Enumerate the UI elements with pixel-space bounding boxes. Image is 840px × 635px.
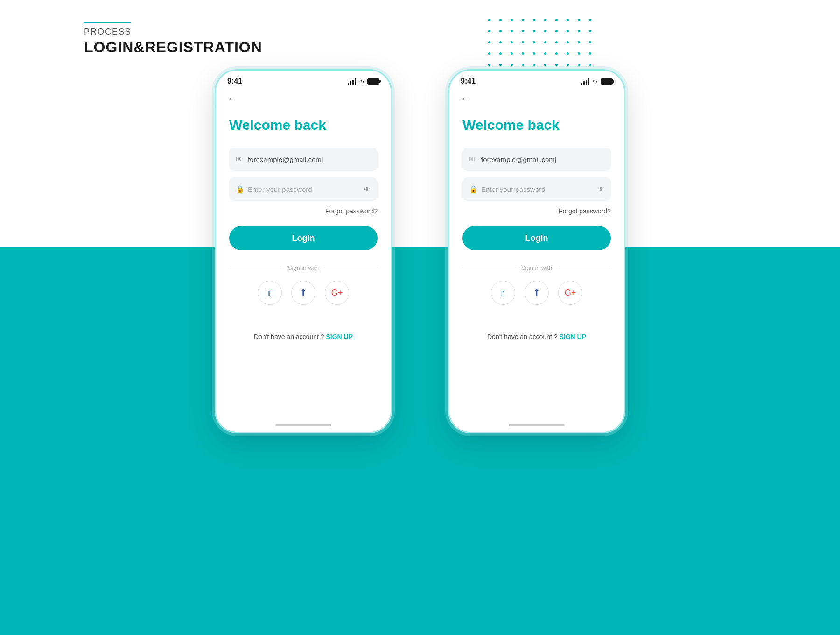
process-label: PROCESS [84,27,262,37]
dot-decoration [511,41,513,43]
phone-2: 9:41 ∿ ← Welcome back ✉ [448,69,625,433]
header-line-decoration [84,22,131,23]
dot-decoration [589,52,591,55]
page-title: LOGIN&REGISTRATION [84,39,262,56]
dot-decoration [567,30,569,32]
phone-content-2: Welcome back ✉ 🔒 👁 Forgot password? Lo [449,107,624,340]
back-arrow-1[interactable]: ← [216,89,391,107]
email-icon-1: ✉ [236,155,242,163]
dot-decoration [499,30,502,32]
social-buttons-2: 𝕣 f G+ [462,281,611,305]
phones-container: 9:41 ∿ ← Welcome back ✉ [0,69,840,433]
dot-decoration [544,41,546,43]
phone-content-1: Welcome back ✉ 🔒 👁 Forgot password? Lo [216,107,391,340]
signup-link-1[interactable]: SIGN UP [326,333,353,340]
dot-decoration [533,19,535,21]
dot-decoration [488,52,490,55]
dot-decoration [533,64,535,66]
password-field-2[interactable] [462,177,611,201]
forgot-password-2[interactable]: Forgot password? [462,207,611,215]
battery-icon-2 [601,78,613,85]
dot-decoration [522,30,524,32]
email-input-group-2: ✉ [462,148,611,171]
sign-in-with-label-2: Sign in with [521,264,552,271]
home-indicator-2 [509,424,565,426]
dot-decoration [511,52,513,55]
facebook-icon-1: f [301,287,305,299]
dot-decoration [555,64,558,66]
dot-decoration [511,30,513,32]
dot-decoration [499,19,502,21]
dot-decoration [544,64,546,66]
email-field-1[interactable] [229,148,378,171]
dot-decoration [499,41,502,43]
twitter-button-1[interactable]: 𝕣 [258,281,282,305]
dot-decoration [589,64,591,66]
signup-text-1: Don't have an account ? [254,333,324,340]
lock-icon-2: 🔒 [469,185,478,193]
header: PROCESS LOGIN&REGISTRATION [84,22,262,56]
password-input-group-2: 🔒 👁 [462,177,611,201]
dot-decoration [567,64,569,66]
dot-decoration [522,52,524,55]
google-icon-1: G+ [331,288,343,298]
google-button-2[interactable]: G+ [558,281,582,305]
dot-decoration [522,64,524,66]
dot-decoration [555,41,558,43]
dot-decoration [578,41,580,43]
status-time-1: 9:41 [227,77,242,85]
email-field-2[interactable] [462,148,611,171]
twitter-icon-2: 𝕣 [501,287,505,298]
wifi-icon-1: ∿ [359,78,364,85]
email-input-wrapper-2: ✉ [462,148,611,171]
back-arrow-2[interactable]: ← [449,89,624,107]
signup-row-1: Don't have an account ? SIGN UP [229,333,378,340]
status-icons-2: ∿ [581,78,613,85]
divider-right-2 [558,268,611,268]
dot-decoration [488,64,490,66]
eye-icon-1[interactable]: 👁 [364,185,371,193]
forgot-password-1[interactable]: Forgot password? [229,207,378,215]
dot-decoration [488,41,490,43]
sign-in-with-2: Sign in with [462,264,611,271]
email-icon-2: ✉ [469,155,475,163]
sign-in-with-label-1: Sign in with [288,264,319,271]
divider-left-1 [229,268,282,268]
lock-icon-1: 🔒 [236,185,245,193]
dot-decoration [578,30,580,32]
signup-row-2: Don't have an account ? SIGN UP [462,333,611,340]
wifi-icon-2: ∿ [592,78,598,85]
welcome-title-1: Welcome back [229,117,378,134]
dot-decoration [544,30,546,32]
facebook-button-2[interactable]: f [525,281,549,305]
google-button-1[interactable]: G+ [325,281,349,305]
signal-icon-2 [581,78,589,85]
facebook-icon-2: f [535,287,538,299]
dot-decoration [488,19,490,21]
dot-decoration [544,52,546,55]
dot-decoration [499,52,502,55]
status-icons-1: ∿ [348,78,379,85]
dot-decoration [533,52,535,55]
email-input-wrapper-1: ✉ [229,148,378,171]
login-button-1[interactable]: Login [229,226,378,250]
dot-decoration [544,19,546,21]
signup-link-2[interactable]: SIGN UP [559,333,586,340]
dot-decoration [522,41,524,43]
home-indicator-1 [275,424,331,426]
facebook-button-1[interactable]: f [291,281,315,305]
phone-1: 9:41 ∿ ← Welcome back ✉ [215,69,392,433]
dot-decoration [578,52,580,55]
status-bar-2: 9:41 ∿ [449,71,624,89]
login-button-2[interactable]: Login [462,226,611,250]
twitter-button-2[interactable]: 𝕣 [491,281,515,305]
welcome-title-2: Welcome back [462,117,611,134]
battery-icon-1 [367,78,379,85]
signal-icon-1 [348,78,356,85]
eye-icon-2[interactable]: 👁 [597,185,604,193]
social-buttons-1: 𝕣 f G+ [229,281,378,305]
password-field-1[interactable] [229,177,378,201]
dot-decoration [533,41,535,43]
dot-decoration [555,19,558,21]
dot-decoration [555,30,558,32]
